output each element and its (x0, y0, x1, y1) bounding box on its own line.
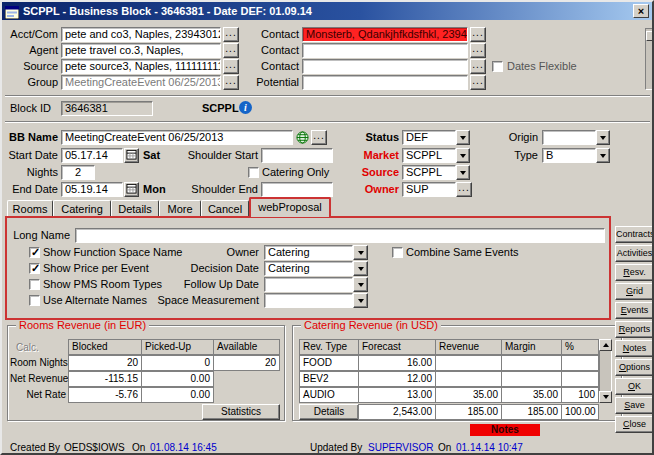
grid-button[interactable]: Grid (615, 283, 654, 300)
owner-field[interactable]: SUP (402, 182, 456, 197)
calc-button[interactable]: Calc. (16, 342, 39, 353)
status-field[interactable]: DEF (402, 130, 456, 145)
source-company-field[interactable]: pete source3, Naples, 1111111111 (61, 59, 221, 74)
resv-button[interactable]: Resv. (615, 264, 654, 281)
owner-lookup-button[interactable]: ... (456, 182, 472, 197)
potential-field[interactable] (302, 75, 468, 90)
tab-catering[interactable]: Catering (53, 200, 111, 217)
catering-row-audio-margin[interactable]: 35.00 (501, 387, 562, 403)
room-nights-picked-cell: 0 (141, 355, 214, 371)
origin-field[interactable] (542, 130, 596, 145)
catering-grid-scrollbar[interactable] (599, 339, 612, 403)
notes-button[interactable]: Notes (615, 340, 654, 357)
created-by-value: OEDS$IOWS (64, 441, 125, 455)
catering-row-audio-type[interactable]: AUDIO (299, 387, 359, 403)
potential-lookup-button[interactable]: ... (470, 75, 486, 90)
catering-row-bev2-margin[interactable] (501, 371, 562, 387)
type-field[interactable]: B (542, 148, 596, 163)
catering-row-food-pct[interactable] (561, 355, 599, 371)
notes-banner[interactable]: Notes (470, 424, 540, 436)
room-nights-row-label: Room Nights (10, 355, 66, 371)
revenue-column-header: Revenue (435, 339, 502, 355)
catering-row-food-type[interactable]: FOOD (299, 355, 359, 371)
group-field[interactable]: MeetingCreateEvent 06/25/2013 (61, 75, 221, 90)
close-button[interactable]: Close (615, 416, 654, 433)
group-lookup-button[interactable]: ... (223, 75, 239, 90)
net-revenue-row-label: Net Revenue (10, 371, 66, 387)
tab-webproposal[interactable]: webProposal (249, 197, 331, 217)
right-scrollbar-thumb[interactable] (646, 31, 653, 41)
updated-on-value: 01.14.14 10:47 (456, 441, 523, 455)
details-button[interactable]: Details (299, 404, 359, 420)
type-dropdown-button[interactable] (596, 148, 610, 163)
contact2-field[interactable] (302, 43, 468, 58)
forecast-total-cell: 2,543.00 (358, 404, 436, 420)
separator (5, 95, 650, 97)
catering-row-food-forecast[interactable]: 16.00 (358, 355, 436, 371)
titlebar-close-button[interactable]: × (633, 4, 649, 18)
source-company-lookup-button[interactable]: ... (223, 59, 239, 74)
shoulder-end-label: Shoulder End (160, 182, 258, 197)
contact3-lookup-button[interactable]: ... (470, 59, 486, 74)
catering-row-bev2-pct[interactable] (561, 371, 599, 387)
shoulder-start-field[interactable] (261, 148, 333, 163)
catering-row-bev2-type[interactable]: BEV2 (299, 371, 359, 387)
scroll-down-button[interactable] (599, 391, 612, 403)
market-field[interactable]: SCPPL (402, 148, 456, 163)
percent-column-header: % (561, 339, 599, 355)
catering-row-food-revenue[interactable] (435, 355, 502, 371)
acct-com-lookup-button[interactable]: ... (223, 27, 239, 42)
bb-name-field[interactable]: MeetingCreateEvent 06/25/2013 (61, 130, 293, 145)
origin-dropdown-button[interactable] (596, 130, 610, 145)
contact1-field[interactable]: Monsterb, Qdankjhfkdsfhkl, 2394301935 (302, 27, 468, 42)
events-button[interactable]: Events (615, 302, 654, 319)
contracts-button[interactable]: Contracts (615, 226, 654, 243)
margin-column-header: Margin (501, 339, 562, 355)
catering-row-audio-pct[interactable]: 100 (561, 387, 599, 403)
rev-type-column-header: Rev. Type (299, 339, 359, 355)
catering-row-food-margin[interactable] (501, 355, 562, 371)
market-dropdown-button[interactable] (456, 148, 470, 163)
acct-com-label: Acct/Com (4, 27, 58, 42)
tab-details[interactable]: Details (111, 200, 159, 217)
save-button[interactable]: Save (615, 397, 654, 414)
contact2-lookup-button[interactable]: ... (470, 43, 486, 58)
globe-icon[interactable] (296, 130, 309, 148)
contact1-lookup-button[interactable]: ... (470, 27, 486, 42)
start-date-field[interactable]: 05.17.14 (61, 148, 123, 163)
catering-only-checkbox[interactable] (248, 167, 259, 178)
info-icon[interactable]: i (239, 101, 252, 114)
catering-only-label: Catering Only (262, 165, 329, 180)
activities-button[interactable]: Activities (615, 245, 654, 262)
ok-button[interactable]: OK (615, 378, 654, 395)
shoulder-end-field[interactable] (261, 182, 333, 197)
status-dropdown-button[interactable] (456, 130, 470, 145)
reports-button[interactable]: Reports (615, 321, 654, 338)
end-date-calendar-button[interactable] (124, 182, 139, 197)
tab-more[interactable]: More (159, 200, 201, 217)
tab-rooms[interactable]: Rooms (7, 200, 53, 217)
catering-row-audio-forecast[interactable]: 13.00 (358, 387, 436, 403)
bb-name-lookup-button[interactable]: ... (311, 130, 327, 145)
catering-row-bev2-revenue[interactable] (435, 371, 502, 387)
catering-row-bev2-forecast[interactable]: 12.00 (358, 371, 436, 387)
net-rate-row-label: Net Rate (10, 387, 66, 403)
nights-field[interactable]: 2 (61, 165, 95, 180)
arrow-down-icon (603, 395, 609, 399)
bb-source-dropdown-button[interactable] (456, 165, 470, 180)
agent-field[interactable]: pete travel co.3, Naples, (61, 43, 221, 58)
catering-row-audio-revenue[interactable]: 35.00 (435, 387, 502, 403)
start-date-calendar-button[interactable] (124, 148, 139, 163)
tab-cancel[interactable]: Cancel (201, 200, 249, 217)
agent-label: Agent (4, 43, 58, 58)
right-scrollbar[interactable] (645, 28, 654, 90)
contact3-field[interactable] (302, 59, 468, 74)
options-button[interactable]: Options (615, 359, 654, 376)
agent-lookup-button[interactable]: ... (223, 43, 239, 58)
acct-com-field[interactable]: pete and co3, Naples, 2394301212 (61, 27, 221, 42)
scroll-up-button[interactable] (599, 339, 612, 351)
bb-source-field[interactable]: SCPPL (402, 165, 456, 180)
end-date-field[interactable]: 05.19.14 (61, 182, 123, 197)
statistics-button[interactable]: Statistics (202, 404, 280, 420)
dates-flexible-checkbox[interactable] (492, 61, 503, 72)
